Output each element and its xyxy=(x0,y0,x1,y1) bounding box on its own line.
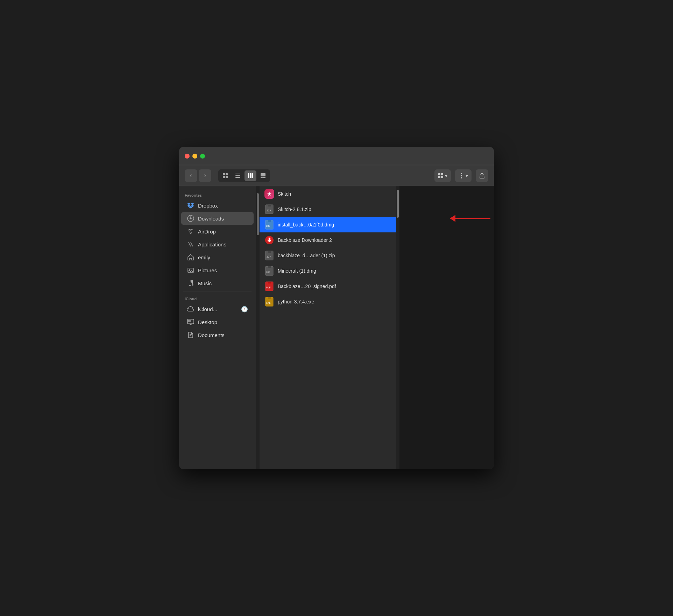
desktop-label: Desktop xyxy=(198,319,217,325)
svg-point-22 xyxy=(190,232,191,233)
svg-rect-29 xyxy=(188,320,191,322)
content-scrollbar-thumb[interactable] xyxy=(397,190,399,218)
finder-window: ‹ › xyxy=(179,147,494,469)
dropbox-icon xyxy=(187,202,194,209)
sidebar-scrollbar-thumb[interactable] xyxy=(257,193,259,235)
group-button[interactable]: ▾ xyxy=(434,169,451,182)
svg-rect-4 xyxy=(235,174,240,174)
sidebar-item-emily[interactable]: emily xyxy=(181,251,254,264)
sidebar-scrollbar[interactable] xyxy=(256,186,260,469)
svg-text:ZIP: ZIP xyxy=(267,209,271,212)
svg-text:EXE: EXE xyxy=(266,302,271,304)
svg-rect-1 xyxy=(226,173,228,175)
svg-point-18 xyxy=(461,173,462,174)
back-button[interactable]: ‹ xyxy=(185,169,197,182)
documents-icon xyxy=(187,331,194,339)
svg-rect-33 xyxy=(268,205,271,206)
sidebar-item-icloud[interactable]: iCloud... 🕐 xyxy=(181,303,254,315)
svg-text:PDF: PDF xyxy=(266,286,271,289)
icloud-section-title: iCloud xyxy=(179,294,256,302)
svg-rect-46 xyxy=(268,282,271,284)
svg-rect-7 xyxy=(248,173,249,178)
traffic-lights xyxy=(185,154,205,159)
list-view-button[interactable] xyxy=(232,170,244,181)
file-name-install-dmg: install_back…0a1f0d.dmg xyxy=(278,222,334,227)
dmg-icon-selected: DMG xyxy=(264,220,274,230)
gallery-view-button[interactable] xyxy=(257,170,269,181)
minimize-button[interactable] xyxy=(192,154,197,159)
sidebar-item-dropbox[interactable]: Dropbox xyxy=(181,199,254,212)
svg-rect-11 xyxy=(261,177,262,178)
svg-point-19 xyxy=(461,175,462,176)
downloads-label: Downloads xyxy=(198,216,224,222)
content-scrollbar[interactable] xyxy=(396,186,399,469)
svg-rect-0 xyxy=(223,173,225,175)
file-list: Skitch ZIP Skitch-2.8.1.zip xyxy=(260,186,396,469)
file-item-python-exe[interactable]: EXE python-3.7.4.exe xyxy=(260,294,396,309)
dropbox-label: Dropbox xyxy=(198,203,218,209)
sidebar-item-pictures[interactable]: Pictures xyxy=(181,264,254,276)
svg-rect-12 xyxy=(262,177,264,178)
sidebar-item-desktop[interactable]: Desktop xyxy=(181,316,254,328)
file-item-backblaze-app[interactable]: Backblaze Downloader 2 xyxy=(260,232,396,248)
forward-button[interactable]: › xyxy=(199,169,211,182)
file-name-backblaze-pdf: Backblaze…20_signed.pdf xyxy=(278,284,336,289)
svg-point-20 xyxy=(461,177,462,178)
sidebar-item-downloads[interactable]: Downloads xyxy=(181,212,254,225)
file-item-install-dmg[interactable]: DMG install_back…0a1f0d.dmg xyxy=(260,217,396,232)
airdrop-icon xyxy=(187,227,194,235)
file-item-skitch-zip[interactable]: ZIP Skitch-2.8.1.zip xyxy=(260,202,396,217)
file-item-skitch[interactable]: Skitch xyxy=(260,186,396,202)
action-button[interactable]: ▾ xyxy=(455,169,472,182)
file-item-minecraft-dmg[interactable]: DMG Minecraft (1).dmg xyxy=(260,263,396,279)
svg-line-24 xyxy=(191,242,193,246)
svg-rect-16 xyxy=(438,176,440,178)
svg-text:DMG: DMG xyxy=(266,225,270,227)
svg-rect-49 xyxy=(268,297,271,299)
close-button[interactable] xyxy=(185,154,190,159)
share-button[interactable] xyxy=(476,169,488,182)
title-bar xyxy=(179,147,494,165)
action-dropdown-icon: ▾ xyxy=(466,173,468,178)
file-item-backblaze-zip[interactable]: ZIP backblaze_d…ader (1).zip xyxy=(260,248,396,263)
arrow-head xyxy=(450,215,455,222)
icon-view-button[interactable] xyxy=(219,170,231,181)
preview-pane xyxy=(399,186,494,469)
documents-label: Documents xyxy=(198,332,225,338)
svg-rect-9 xyxy=(252,173,253,178)
favorites-section-title: Favorites xyxy=(179,190,256,199)
file-name-skitch: Skitch xyxy=(278,191,291,197)
zip-icon-1: ZIP xyxy=(264,204,274,214)
icloud-icon xyxy=(187,305,194,313)
sidebar-item-music[interactable]: Music xyxy=(181,277,254,289)
sidebar-item-documents[interactable]: Documents xyxy=(181,329,254,341)
file-name-backblaze-app: Backblaze Downloader 2 xyxy=(278,237,332,243)
svg-rect-2 xyxy=(223,176,225,178)
svg-rect-5 xyxy=(235,175,240,176)
maximize-button[interactable] xyxy=(200,154,205,159)
svg-rect-43 xyxy=(268,266,271,268)
arrow-annotation xyxy=(450,215,490,222)
icloud-label: iCloud... xyxy=(198,306,217,312)
file-name-backblaze-zip: backblaze_d…ader (1).zip xyxy=(278,253,335,258)
file-item-backblaze-pdf[interactable]: PDF Backblaze…20_signed.pdf xyxy=(260,279,396,294)
exe-icon: EXE xyxy=(264,297,274,307)
desktop-icon xyxy=(187,318,194,326)
applications-label: Applications xyxy=(198,241,226,247)
nav-buttons: ‹ › xyxy=(185,169,211,182)
svg-rect-17 xyxy=(441,176,443,178)
icloud-badge: 🕐 xyxy=(241,306,248,313)
group-dropdown-icon: ▾ xyxy=(445,173,447,178)
sidebar-item-airdrop[interactable]: AirDrop xyxy=(181,225,254,238)
svg-rect-36 xyxy=(268,220,271,222)
column-view-button[interactable] xyxy=(245,170,256,181)
svg-rect-15 xyxy=(441,173,443,175)
sidebar: Favorites Dropbox Downloads xyxy=(179,186,256,469)
sidebar-item-applications[interactable]: Applications xyxy=(181,238,254,251)
svg-rect-13 xyxy=(264,177,265,178)
airdrop-label: AirDrop xyxy=(198,229,216,234)
zip-icon-2: ZIP xyxy=(264,251,274,260)
svg-rect-8 xyxy=(250,173,251,178)
svg-rect-10 xyxy=(261,173,265,176)
content-area: Skitch ZIP Skitch-2.8.1.zip xyxy=(260,186,494,469)
